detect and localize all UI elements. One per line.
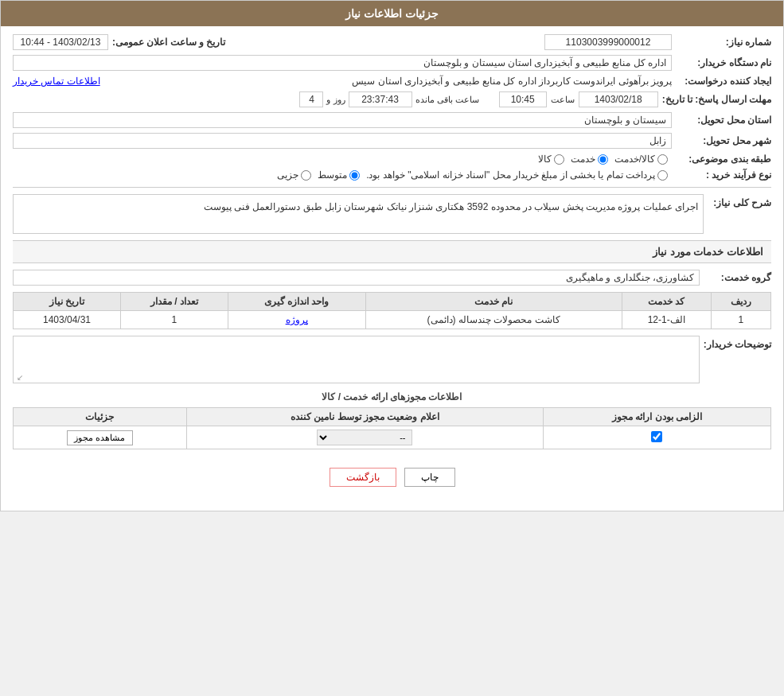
- cell-row: 1: [711, 311, 770, 329]
- deadline-date: 1403/02/18: [579, 91, 658, 107]
- category-option-khedmat[interactable]: خدمت: [571, 154, 608, 165]
- deadline-time: 10:45: [499, 91, 547, 107]
- deadline-time-label: ساعت: [551, 95, 575, 105]
- purchase-type-options: پرداخت تمام یا بخشی از مبلغ خریدار محل "…: [277, 169, 668, 181]
- purchase-option-text: پرداخت تمام یا بخشی از مبلغ خریدار محل "…: [366, 169, 668, 181]
- buyer-label: نام دستگاه خریدار:: [676, 57, 771, 68]
- remaining-time: 23:37:43: [349, 91, 412, 107]
- city-label: شهر محل تحویل:: [676, 135, 771, 146]
- licenses-row: -- مشاهده مجوز: [14, 426, 771, 449]
- buyer-notes-section: توضیحات خریدار: ↙: [13, 336, 771, 383]
- page-container: جزئیات اطلاعات نیاز شماره نیاز: 11030039…: [0, 0, 784, 511]
- buyer-value: اداره کل منابع طبیعی و آبخیزداری استان س…: [13, 55, 672, 71]
- service-group-row: گروه خدمت: کشاورزی، جنگلداری و ماهیگیری: [13, 270, 771, 286]
- cell-date: 1403/04/31: [14, 311, 121, 329]
- cell-required: [543, 426, 770, 449]
- notes-area: ↙: [13, 336, 700, 383]
- purchase-label-motavaset: متوسط: [318, 169, 347, 181]
- col-details: جزئیات: [14, 408, 187, 426]
- days-value: 4: [299, 91, 323, 107]
- table-row: 1 الف-1-12 کاشت محصولات چندساله (دائمی) …: [14, 311, 771, 329]
- category-label-kala-khedmat: کالا/خدمت: [614, 154, 655, 165]
- purchase-option-jozi[interactable]: جزیی: [277, 169, 311, 181]
- category-radio-kala[interactable]: [554, 154, 564, 165]
- purchase-type-label: نوع فرآیند خرید :: [676, 169, 771, 181]
- notes-label: توضیحات خریدار:: [704, 336, 771, 383]
- city-value: زابل: [13, 133, 672, 149]
- deadline-label: مهلت ارسال پاسخ: تا تاریخ:: [662, 94, 771, 105]
- requester-label: ایجاد کننده درخواست:: [676, 76, 771, 87]
- back-button[interactable]: بازگشت: [330, 468, 396, 487]
- category-option-kala-khedmat[interactable]: کالا/خدمت: [614, 154, 668, 165]
- category-label: طبقه بندی موضوعی:: [676, 154, 771, 165]
- print-button[interactable]: چاپ: [404, 468, 455, 487]
- category-label-kala: کالا: [538, 154, 552, 165]
- description-label: شرح کلی نیاز:: [708, 194, 771, 234]
- description-section: شرح کلی نیاز: اجرای عملیات پروژه مدیریت …: [13, 194, 771, 234]
- purchase-radio-esnad[interactable]: [657, 170, 668, 181]
- city-row: شهر محل تحویل: زابل: [13, 133, 771, 149]
- announcement-label: تاریخ و ساعت اعلان عمومی:: [112, 37, 225, 48]
- licenses-section-title: اطلاعات مجوزهای ارائه خدمت / کالا: [13, 391, 771, 402]
- category-label-khedmat: خدمت: [571, 154, 595, 165]
- required-checkbox[interactable]: [651, 431, 662, 442]
- remaining-block: ساعت باقی مانده 23:37:43 روز و 4: [299, 91, 478, 107]
- resize-handle: ↙: [15, 373, 23, 381]
- remaining-label: ساعت باقی مانده: [415, 95, 479, 105]
- province-row: استان محل تحویل: سیستان و بلوچستان: [13, 112, 771, 128]
- cell-details: مشاهده مجوز: [14, 426, 187, 449]
- need-number-row: شماره نیاز: 1103003999000012 تاریخ و ساع…: [13, 34, 771, 50]
- announcement-value: 1403/02/13 - 10:44: [13, 34, 108, 50]
- services-table: ردیف کد خدمت نام خدمت واحد اندازه گیری ت…: [13, 292, 771, 329]
- col-required: الزامی بودن ارائه مجوز: [543, 408, 770, 426]
- col-qty: تعداد / مقدار: [120, 293, 228, 311]
- col-row: ردیف: [711, 293, 770, 311]
- purchase-label-jozi: جزیی: [277, 169, 298, 181]
- need-number-label: شماره نیاز:: [676, 37, 771, 48]
- col-code: کد خدمت: [622, 293, 711, 311]
- need-number-value: 1103003999000012: [544, 34, 672, 50]
- category-option-kala[interactable]: کالا: [538, 154, 564, 165]
- days-label: روز و: [326, 95, 345, 105]
- cell-status: --: [186, 426, 543, 449]
- category-options: کالا/خدمت خدمت کالا: [538, 154, 668, 165]
- col-date: تاریخ نیاز: [14, 293, 121, 311]
- description-text: اجرای عملیات پروژه مدیریت پخش سیلاب در م…: [13, 194, 704, 234]
- col-unit: واحد اندازه گیری: [228, 293, 365, 311]
- province-label: استان محل تحویل:: [676, 115, 771, 126]
- purchase-option-motavaset[interactable]: متوسط: [318, 169, 360, 181]
- status-select[interactable]: --: [317, 430, 412, 445]
- cell-code: الف-1-12: [622, 311, 711, 329]
- deadline-row: مهلت ارسال پاسخ: تا تاریخ: 1403/02/18 سا…: [13, 91, 771, 107]
- category-radio-kala-khedmat[interactable]: [657, 154, 668, 165]
- footer-buttons: چاپ بازگشت: [13, 456, 771, 503]
- province-value: سیستان و بلوچستان: [13, 112, 672, 128]
- services-section-title: اطلاعات خدمات مورد نیاز: [13, 240, 771, 263]
- purchase-radio-motavaset[interactable]: [349, 170, 360, 181]
- category-radio-khedmat[interactable]: [598, 154, 608, 165]
- contact-info-link[interactable]: اطلاعات تماس خریدار: [13, 76, 100, 87]
- requester-row: ایجاد کننده درخواست: پرویز برآهوئی ایران…: [13, 76, 771, 87]
- purchase-label-esnad: پرداخت تمام یا بخشی از مبلغ خریدار محل "…: [366, 169, 655, 181]
- buyer-row: نام دستگاه خریدار: اداره کل منابع طبیعی …: [13, 55, 771, 71]
- cell-qty: 1: [120, 311, 228, 329]
- divider-1: [13, 187, 771, 188]
- col-status: اعلام وضعیت مجوز توسط نامین کننده: [186, 408, 543, 426]
- purchase-radio-jozi[interactable]: [301, 170, 311, 181]
- service-group-value: کشاورزی، جنگلداری و ماهیگیری: [13, 270, 700, 286]
- view-license-button[interactable]: مشاهده مجوز: [67, 430, 132, 445]
- requester-name: پرویز برآهوئی ایراندوست کاربرداز اداره ک…: [108, 76, 672, 87]
- licenses-table: الزامی بودن ارائه مجوز اعلام وضعیت مجوز …: [13, 407, 771, 449]
- cell-unit: پروژه: [228, 311, 365, 329]
- col-name: نام خدمت: [365, 293, 622, 311]
- purchase-type-row: نوع فرآیند خرید : پرداخت تمام یا بخشی از…: [13, 169, 771, 181]
- cell-name: کاشت محصولات چندساله (دائمی): [365, 311, 622, 329]
- main-content: شماره نیاز: 1103003999000012 تاریخ و ساع…: [1, 26, 783, 511]
- category-row: طبقه بندی موضوعی: کالا/خدمت خدمت کالا: [13, 154, 771, 165]
- service-group-label: گروه خدمت:: [708, 272, 771, 283]
- page-title: جزئیات اطلاعات نیاز: [1, 1, 783, 26]
